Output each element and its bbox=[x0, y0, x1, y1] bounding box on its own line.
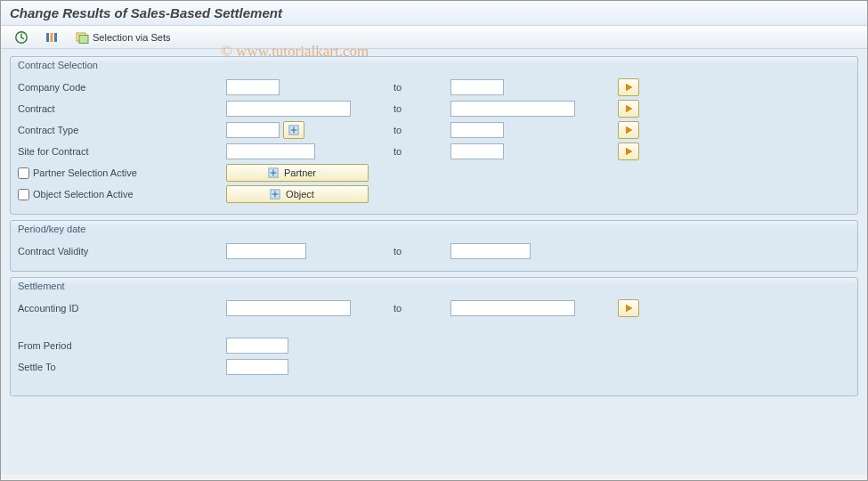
input-site-to[interactable] bbox=[450, 143, 504, 159]
row-contract-type: Contract Type to bbox=[18, 119, 850, 141]
group-contract-selection: Contract Selection Company Code to Contr… bbox=[10, 56, 858, 215]
selection-via-sets-button[interactable]: Selection via Sets bbox=[70, 29, 174, 46]
search-help-icon bbox=[288, 125, 299, 135]
arrow-right-icon bbox=[626, 105, 632, 112]
arrow-right-icon bbox=[626, 126, 632, 134]
multi-select-accounting-id[interactable] bbox=[618, 299, 639, 317]
multi-select-contract[interactable] bbox=[618, 100, 639, 118]
group-settlement-title: Settlement bbox=[11, 278, 857, 294]
input-from-period[interactable] bbox=[226, 338, 288, 354]
button-object[interactable]: Object bbox=[226, 185, 369, 203]
label-contract: Contract bbox=[18, 103, 223, 114]
button-object-label: Object bbox=[286, 189, 314, 200]
row-object-selection: Object Selection Active Object bbox=[18, 183, 850, 205]
checkbox-object-selection[interactable] bbox=[18, 189, 29, 200]
multi-select-company-code[interactable] bbox=[618, 78, 639, 96]
page-title: Change Results of Sales-Based Settlement bbox=[1, 1, 867, 26]
button-partner-label: Partner bbox=[284, 167, 316, 178]
label-site: Site for Contract bbox=[18, 146, 223, 157]
input-settle-to[interactable] bbox=[226, 359, 288, 375]
arrow-right-icon bbox=[626, 305, 632, 312]
group-period: Period/key date Contract Validity to bbox=[10, 220, 858, 272]
row-from-period: From Period bbox=[18, 335, 850, 356]
button-partner[interactable]: Partner bbox=[226, 164, 369, 182]
group-contract-title: Contract Selection bbox=[11, 57, 857, 73]
svg-rect-3 bbox=[54, 33, 57, 42]
label-contract-validity: Contract Validity bbox=[18, 246, 223, 257]
svg-rect-2 bbox=[51, 33, 53, 42]
row-accounting-id: Accounting ID to bbox=[18, 298, 850, 319]
label-to: to bbox=[393, 246, 447, 257]
svg-rect-5 bbox=[79, 35, 88, 43]
clock-execute-icon bbox=[14, 30, 28, 45]
execute-button[interactable] bbox=[10, 29, 33, 46]
row-contract: Contract to bbox=[18, 98, 850, 119]
arrow-right-icon bbox=[626, 148, 632, 155]
group-period-title: Period/key date bbox=[11, 221, 857, 237]
label-company-code: Company Code bbox=[18, 82, 223, 93]
input-site-from[interactable] bbox=[226, 143, 315, 159]
expand-icon bbox=[270, 189, 280, 200]
toolbar: Selection via Sets bbox=[1, 26, 867, 49]
multi-select-contract-type[interactable] bbox=[618, 121, 639, 139]
group-settlement: Settlement Accounting ID to From Period … bbox=[10, 277, 858, 396]
label-contract-type: Contract Type bbox=[18, 125, 223, 135]
label-to: to bbox=[393, 146, 447, 157]
row-company-code: Company Code to bbox=[18, 77, 850, 98]
label-object-selection: Object Selection Active bbox=[33, 189, 134, 200]
label-from-period: From Period bbox=[18, 340, 223, 351]
arrow-right-icon bbox=[626, 84, 632, 91]
input-contract-type-from[interactable] bbox=[226, 122, 280, 138]
input-accounting-id-to[interactable] bbox=[450, 300, 575, 316]
row-settle-to: Settle To bbox=[18, 356, 850, 378]
input-validity-to[interactable] bbox=[450, 243, 531, 259]
label-to: to bbox=[393, 125, 447, 135]
row-partner-selection: Partner Selection Active Partner bbox=[18, 162, 850, 183]
sets-icon bbox=[75, 30, 89, 45]
selection-via-sets-label: Selection via Sets bbox=[93, 32, 170, 43]
input-company-code-from[interactable] bbox=[226, 79, 280, 95]
row-site: Site for Contract to bbox=[18, 141, 850, 162]
input-accounting-id-from[interactable] bbox=[226, 300, 351, 316]
expand-icon bbox=[268, 167, 279, 178]
input-contract-to[interactable] bbox=[450, 101, 575, 117]
search-help-contract-type[interactable] bbox=[283, 121, 304, 139]
multi-select-site[interactable] bbox=[618, 143, 639, 160]
label-to: to bbox=[393, 103, 447, 114]
svg-rect-1 bbox=[46, 33, 49, 42]
row-contract-validity: Contract Validity to bbox=[18, 240, 850, 262]
variant-icon bbox=[45, 30, 59, 45]
input-contract-from[interactable] bbox=[226, 101, 351, 117]
label-accounting-id: Accounting ID bbox=[18, 303, 223, 314]
label-settle-to: Settle To bbox=[18, 362, 223, 372]
input-company-code-to[interactable] bbox=[450, 79, 504, 95]
label-partner-selection: Partner Selection Active bbox=[33, 167, 137, 178]
checkbox-partner-selection[interactable] bbox=[18, 167, 29, 179]
label-to: to bbox=[393, 82, 447, 93]
variant-button[interactable] bbox=[40, 29, 63, 46]
content-area: Contract Selection Company Code to Contr… bbox=[1, 49, 867, 475]
label-to: to bbox=[393, 303, 447, 314]
input-validity-from[interactable] bbox=[226, 243, 306, 259]
input-contract-type-to[interactable] bbox=[450, 122, 504, 138]
